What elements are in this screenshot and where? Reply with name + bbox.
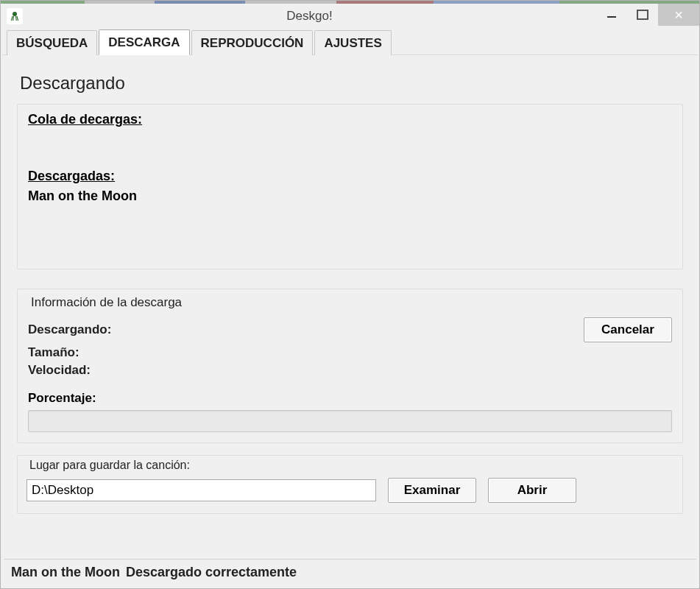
- info-percent-label: Porcentaje:: [28, 391, 672, 406]
- browse-button[interactable]: Examinar: [388, 478, 476, 503]
- info-size-label: Tamaño:: [28, 345, 672, 360]
- window-controls: [596, 4, 699, 26]
- progress-bar: [28, 410, 672, 432]
- minimize-button[interactable]: [596, 4, 627, 26]
- app-icon: [7, 8, 23, 24]
- download-info-legend: Información de la descarga: [28, 295, 185, 310]
- tab-panel-descarga: Descargando Cola de decargas: Descargada…: [2, 55, 698, 587]
- cancel-button[interactable]: Cancelar: [584, 317, 672, 342]
- info-downloading-label: Descargando:: [28, 322, 111, 337]
- info-speed-label: Velocidad:: [28, 363, 672, 378]
- downloaded-item: Man on the Moon: [28, 188, 672, 204]
- status-bar: Man on the Moon Descargado correctamente: [4, 559, 696, 585]
- maximize-button[interactable]: [627, 4, 658, 26]
- download-info-group: Información de la descarga Descargando: …: [17, 289, 683, 443]
- close-button[interactable]: [658, 4, 699, 26]
- tab-descarga[interactable]: DESCARGA: [99, 29, 189, 55]
- tab-strip: BÚSQUEDA DESCARGA REPRODUCCIÓN AJUSTES: [2, 29, 698, 55]
- status-message: Descargado correctamente: [126, 565, 297, 580]
- download-queue-group: Cola de decargas: Descargadas: Man on th…: [17, 104, 683, 269]
- save-path-input[interactable]: [26, 479, 376, 501]
- titlebar[interactable]: Deskgo!: [1, 4, 699, 29]
- page-heading: Descargando: [20, 73, 685, 94]
- save-location-group: Lugar para guardar la canción: Examinar …: [17, 455, 683, 514]
- open-button[interactable]: Abrir: [488, 478, 576, 503]
- save-location-legend: Lugar para guardar la canción:: [26, 459, 193, 472]
- tab-reproduccion[interactable]: REPRODUCCIÓN: [191, 30, 314, 55]
- downloaded-label: Descargadas:: [28, 169, 672, 184]
- svg-point-0: [13, 12, 17, 16]
- window-title: Deskgo!: [23, 9, 596, 24]
- queue-label: Cola de decargas:: [28, 112, 672, 127]
- client-area: BÚSQUEDA DESCARGA REPRODUCCIÓN AJUSTES D…: [2, 29, 698, 587]
- tab-busqueda[interactable]: BÚSQUEDA: [7, 30, 97, 55]
- app-window: Deskgo! BÚSQUEDA DESCARGA REPRODUCCIÓN A…: [0, 0, 700, 589]
- status-item-name: Man on the Moon: [11, 565, 120, 580]
- queue-list: [28, 132, 672, 169]
- tab-ajustes[interactable]: AJUSTES: [314, 30, 391, 55]
